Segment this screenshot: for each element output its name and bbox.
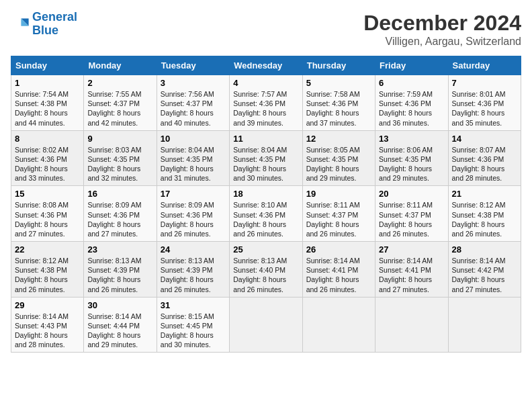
calendar-cell: 19 Sunrise: 8:11 AM Sunset: 4:37 PM Dayl… [302, 186, 375, 242]
day-detail: Sunrise: 7:56 AM Sunset: 4:37 PM Dayligh… [161, 90, 214, 127]
day-detail: Sunrise: 8:15 AM Sunset: 4:45 PM Dayligh… [161, 312, 214, 349]
calendar-cell [375, 297, 448, 353]
day-number: 7 [452, 78, 517, 88]
calendar-cell: 20 Sunrise: 8:11 AM Sunset: 4:37 PM Dayl… [375, 186, 448, 242]
day-number: 28 [452, 244, 517, 255]
day-detail: Sunrise: 8:04 AM Sunset: 4:35 PM Dayligh… [161, 146, 214, 183]
day-number: 17 [161, 189, 226, 199]
day-number: 12 [306, 134, 371, 144]
day-detail: Sunrise: 7:58 AM Sunset: 4:36 PM Dayligh… [306, 90, 360, 127]
day-detail: Sunrise: 8:14 AM Sunset: 4:44 PM Dayligh… [87, 312, 141, 349]
day-detail: Sunrise: 8:12 AM Sunset: 4:38 PM Dayligh… [15, 257, 69, 293]
calendar-cell: 22 Sunrise: 8:12 AM Sunset: 4:38 PM Dayl… [11, 242, 84, 298]
calendar-cell: 14 Sunrise: 8:07 AM Sunset: 4:36 PM Dayl… [448, 130, 521, 186]
day-number: 25 [233, 244, 298, 255]
calendar-row: 29 Sunrise: 8:14 AM Sunset: 4:43 PM Dayl… [11, 297, 521, 353]
day-number: 23 [87, 244, 152, 255]
day-number: 13 [379, 134, 444, 144]
calendar-title: December 2024 [363, 11, 521, 36]
logo: General Blue [11, 11, 77, 38]
calendar-cell: 9 Sunrise: 8:03 AM Sunset: 4:35 PM Dayli… [84, 130, 157, 186]
day-detail: Sunrise: 8:09 AM Sunset: 4:36 PM Dayligh… [161, 201, 214, 238]
day-detail: Sunrise: 8:08 AM Sunset: 4:36 PM Dayligh… [15, 201, 69, 238]
calendar-cell: 18 Sunrise: 8:10 AM Sunset: 4:36 PM Dayl… [230, 186, 302, 242]
header-friday: Friday [375, 56, 448, 75]
day-detail: Sunrise: 8:03 AM Sunset: 4:35 PM Dayligh… [87, 146, 141, 183]
calendar-cell: 31 Sunrise: 8:15 AM Sunset: 4:45 PM Dayl… [157, 297, 229, 353]
weekday-header-row: Sunday Monday Tuesday Wednesday Thursday… [11, 56, 521, 75]
day-number: 9 [87, 134, 152, 144]
day-detail: Sunrise: 8:04 AM Sunset: 4:35 PM Dayligh… [233, 146, 287, 183]
calendar-subtitle: Villigen, Aargau, Switzerland [363, 36, 521, 48]
calendar-cell: 30 Sunrise: 8:14 AM Sunset: 4:44 PM Dayl… [84, 297, 157, 353]
day-number: 4 [233, 78, 298, 88]
day-number: 14 [452, 134, 517, 144]
day-detail: Sunrise: 8:14 AM Sunset: 4:41 PM Dayligh… [306, 257, 360, 293]
day-detail: Sunrise: 8:05 AM Sunset: 4:35 PM Dayligh… [306, 146, 360, 183]
calendar-row: 15 Sunrise: 8:08 AM Sunset: 4:36 PM Dayl… [11, 186, 521, 242]
calendar-cell: 3 Sunrise: 7:56 AM Sunset: 4:37 PM Dayli… [157, 75, 229, 131]
calendar-cell: 10 Sunrise: 8:04 AM Sunset: 4:35 PM Dayl… [157, 130, 229, 186]
calendar-cell: 6 Sunrise: 7:59 AM Sunset: 4:36 PM Dayli… [375, 75, 448, 131]
calendar-cell: 16 Sunrise: 8:09 AM Sunset: 4:36 PM Dayl… [84, 186, 157, 242]
day-number: 24 [161, 244, 226, 255]
calendar-cell: 27 Sunrise: 8:14 AM Sunset: 4:41 PM Dayl… [375, 242, 448, 298]
day-number: 10 [161, 134, 226, 144]
header-tuesday: Tuesday [157, 56, 229, 75]
calendar-cell: 28 Sunrise: 8:14 AM Sunset: 4:42 PM Dayl… [448, 242, 521, 298]
day-number: 1 [15, 78, 80, 88]
calendar-cell: 29 Sunrise: 8:14 AM Sunset: 4:43 PM Dayl… [11, 297, 84, 353]
day-number: 2 [87, 78, 152, 88]
day-detail: Sunrise: 8:14 AM Sunset: 4:42 PM Dayligh… [452, 257, 506, 293]
day-number: 11 [233, 134, 298, 144]
calendar-cell: 17 Sunrise: 8:09 AM Sunset: 4:36 PM Dayl… [157, 186, 229, 242]
day-number: 15 [15, 189, 80, 199]
day-number: 18 [233, 189, 298, 199]
day-number: 29 [15, 300, 80, 310]
day-detail: Sunrise: 8:11 AM Sunset: 4:37 PM Dayligh… [306, 201, 360, 238]
calendar-cell [302, 297, 375, 353]
calendar-cell: 8 Sunrise: 8:02 AM Sunset: 4:36 PM Dayli… [11, 130, 84, 186]
day-detail: Sunrise: 8:06 AM Sunset: 4:35 PM Dayligh… [379, 146, 433, 183]
day-detail: Sunrise: 8:07 AM Sunset: 4:36 PM Dayligh… [452, 146, 506, 183]
calendar-row: 8 Sunrise: 8:02 AM Sunset: 4:36 PM Dayli… [11, 130, 521, 186]
day-detail: Sunrise: 8:14 AM Sunset: 4:43 PM Dayligh… [15, 312, 69, 349]
calendar-cell: 26 Sunrise: 8:14 AM Sunset: 4:41 PM Dayl… [302, 242, 375, 298]
day-detail: Sunrise: 7:55 AM Sunset: 4:37 PM Dayligh… [87, 90, 141, 127]
day-detail: Sunrise: 8:13 AM Sunset: 4:39 PM Dayligh… [87, 257, 141, 293]
logo-icon [11, 15, 30, 34]
calendar-table: Sunday Monday Tuesday Wednesday Thursday… [11, 56, 521, 353]
day-number: 22 [15, 244, 80, 255]
day-number: 3 [161, 78, 226, 88]
day-number: 5 [306, 78, 371, 88]
calendar-cell: 4 Sunrise: 7:57 AM Sunset: 4:36 PM Dayli… [230, 75, 302, 131]
day-detail: Sunrise: 8:13 AM Sunset: 4:40 PM Dayligh… [233, 257, 287, 293]
day-number: 27 [379, 244, 444, 255]
calendar-row: 1 Sunrise: 7:54 AM Sunset: 4:38 PM Dayli… [11, 75, 521, 131]
header-monday: Monday [84, 56, 157, 75]
day-number: 31 [161, 300, 226, 310]
calendar-cell: 7 Sunrise: 8:01 AM Sunset: 4:36 PM Dayli… [448, 75, 521, 131]
day-detail: Sunrise: 7:54 AM Sunset: 4:38 PM Dayligh… [15, 90, 69, 127]
day-number: 26 [306, 244, 371, 255]
calendar-cell: 1 Sunrise: 7:54 AM Sunset: 4:38 PM Dayli… [11, 75, 84, 131]
logo-text: General Blue [32, 11, 77, 38]
day-detail: Sunrise: 7:57 AM Sunset: 4:36 PM Dayligh… [233, 90, 287, 127]
day-detail: Sunrise: 8:12 AM Sunset: 4:38 PM Dayligh… [452, 201, 506, 238]
day-detail: Sunrise: 8:11 AM Sunset: 4:37 PM Dayligh… [379, 201, 433, 238]
header-wednesday: Wednesday [230, 56, 302, 75]
day-number: 20 [379, 189, 444, 199]
day-number: 30 [87, 300, 152, 310]
calendar-cell: 5 Sunrise: 7:58 AM Sunset: 4:36 PM Dayli… [302, 75, 375, 131]
calendar-cell: 25 Sunrise: 8:13 AM Sunset: 4:40 PM Dayl… [230, 242, 302, 298]
page-header: General Blue December 2024 Villigen, Aar… [11, 11, 521, 48]
header-thursday: Thursday [302, 56, 375, 75]
calendar-cell: 15 Sunrise: 8:08 AM Sunset: 4:36 PM Dayl… [11, 186, 84, 242]
day-detail: Sunrise: 8:02 AM Sunset: 4:36 PM Dayligh… [15, 146, 69, 183]
calendar-cell [448, 297, 521, 353]
calendar-cell: 2 Sunrise: 7:55 AM Sunset: 4:37 PM Dayli… [84, 75, 157, 131]
calendar-cell: 13 Sunrise: 8:06 AM Sunset: 4:35 PM Dayl… [375, 130, 448, 186]
logo-line2: Blue [32, 24, 58, 37]
day-detail: Sunrise: 8:14 AM Sunset: 4:41 PM Dayligh… [379, 257, 433, 293]
title-block: December 2024 Villigen, Aargau, Switzerl… [363, 11, 521, 48]
